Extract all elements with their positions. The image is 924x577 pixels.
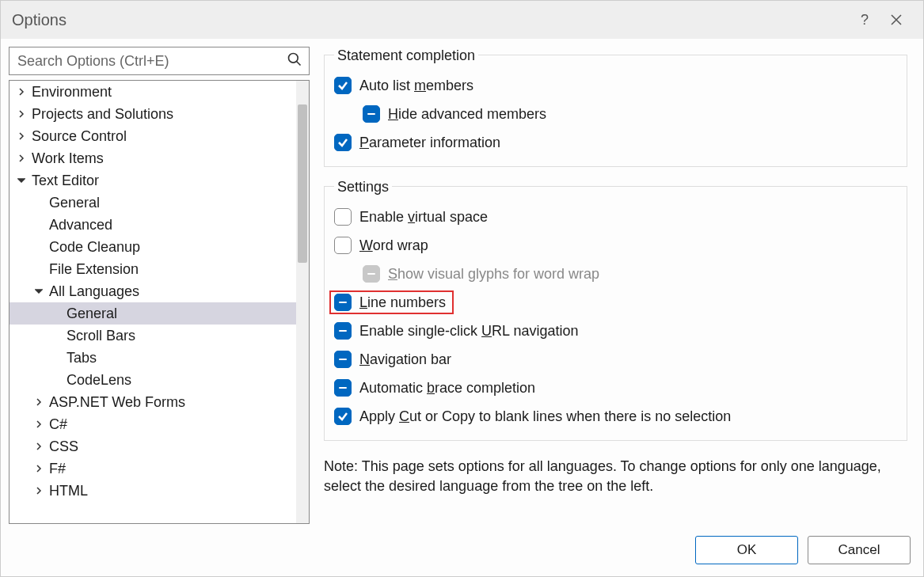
tree-scrollbar[interactable] [296, 81, 309, 523]
show-glyphs-option: Show visual glyphs for word wrap [334, 260, 897, 288]
group-title: Settings [334, 179, 392, 195]
tree-item-code-cleanup[interactable]: Code Cleanup [10, 236, 296, 258]
chevron-right-icon[interactable] [16, 131, 27, 142]
option-label: Line numbers [359, 294, 446, 311]
tree-item-scroll-bars[interactable]: Scroll Bars [10, 325, 296, 347]
svg-point-0 [289, 54, 298, 63]
checkbox-checked-icon[interactable] [334, 77, 352, 94]
titlebar: Options ? [1, 1, 923, 39]
tree-item-label: All Languages [49, 283, 139, 300]
option-label: Parameter information [359, 135, 500, 151]
tree-item-label: CSS [49, 438, 78, 455]
tree-item-codelens[interactable]: CodeLens [10, 369, 296, 391]
hide-advanced-members-option[interactable]: Hide advanced members [334, 100, 897, 128]
line-numbers-option[interactable]: Line numbers [334, 288, 897, 317]
ok-button[interactable]: OK [695, 536, 798, 564]
tree-item-label: Tabs [67, 350, 97, 366]
tree-item-work-items[interactable]: Work Items [10, 147, 296, 169]
tree-item-source-control[interactable]: Source Control [10, 125, 296, 147]
chevron-down-icon[interactable] [16, 175, 27, 186]
tree-item-environment[interactable]: Environment [10, 81, 296, 103]
window-title: Options [12, 11, 67, 29]
cancel-button[interactable]: Cancel [808, 536, 911, 564]
tree-item-general[interactable]: General [10, 302, 296, 325]
tree-item-label: Text Editor [32, 173, 99, 189]
tree-item-label: Source Control [32, 128, 127, 145]
tree-item-label: File Extension [49, 261, 139, 278]
tree-item-label: General [49, 195, 100, 211]
option-label: Automatic brace completion [359, 380, 535, 397]
tree-item-asp-net-web-forms[interactable]: ASP.NET Web Forms [10, 391, 296, 413]
chevron-down-icon[interactable] [33, 286, 44, 297]
tree-item-advanced[interactable]: Advanced [10, 214, 296, 236]
option-label: Word wrap [359, 237, 428, 254]
chevron-right-icon[interactable] [33, 441, 44, 452]
tree-item-label: Projects and Solutions [32, 106, 173, 123]
parameter-information-option[interactable]: Parameter information [334, 128, 897, 157]
checkbox-disabled-icon [363, 265, 380, 283]
tree-item-tabs[interactable]: Tabs [10, 347, 296, 369]
enable-virtual-space-option[interactable]: Enable virtual space [334, 203, 897, 231]
checkbox-indeterminate-icon[interactable] [363, 105, 380, 123]
options-tree: EnvironmentProjects and SolutionsSource … [9, 80, 310, 524]
apply-cut-copy-blank-option[interactable]: Apply Cut or Copy to blank lines when th… [334, 402, 897, 431]
chevron-right-icon[interactable] [33, 463, 44, 474]
chevron-right-icon[interactable] [16, 108, 27, 120]
tree-item-f-[interactable]: F# [10, 457, 296, 480]
tree-item-css[interactable]: CSS [10, 435, 296, 457]
option-label: Navigation bar [359, 351, 451, 368]
tree-item-general[interactable]: General [10, 192, 296, 214]
checkbox-indeterminate-icon[interactable] [334, 294, 352, 311]
highlight-annotation: Line numbers [329, 290, 454, 314]
tree-item-c-[interactable]: C# [10, 413, 296, 435]
option-label: Enable virtual space [359, 209, 488, 226]
checkbox-checked-icon[interactable] [334, 408, 352, 425]
tree-item-all-languages[interactable]: All Languages [10, 280, 296, 302]
tree-item-file-extension[interactable]: File Extension [10, 258, 296, 280]
tree-item-text-editor[interactable]: Text Editor [10, 169, 296, 192]
tree-item-label: C# [49, 416, 67, 433]
option-label: Apply Cut or Copy to blank lines when th… [359, 408, 731, 425]
chevron-right-icon[interactable] [33, 419, 44, 430]
statement-completion-group: Statement completion Auto list members H… [324, 55, 907, 167]
automatic-brace-option[interactable]: Automatic brace completion [334, 374, 897, 402]
tree-item-html[interactable]: HTML [10, 480, 296, 502]
tree-item-projects-and-solutions[interactable]: Projects and Solutions [10, 103, 296, 125]
checkbox-indeterminate-icon[interactable] [334, 351, 352, 368]
search-icon [287, 51, 302, 70]
settings-group: Settings Enable virtual space Word wrap … [324, 186, 907, 441]
tree-item-label: Scroll Bars [67, 328, 135, 344]
tree-item-label: Environment [32, 84, 112, 101]
all-languages-note: Note: This page sets options for all lan… [324, 457, 907, 496]
navigation-bar-option[interactable]: Navigation bar [334, 345, 897, 374]
chevron-right-icon[interactable] [16, 153, 27, 164]
checkbox-indeterminate-icon[interactable] [334, 379, 352, 397]
tree-item-label: Advanced [49, 217, 112, 233]
tree-item-label: HTML [49, 483, 88, 499]
search-input[interactable] [17, 53, 287, 70]
close-button[interactable] [880, 4, 912, 36]
checkbox-checked-icon[interactable] [334, 134, 352, 151]
option-label: Auto list members [359, 78, 473, 94]
dialog-footer: OK Cancel [1, 524, 923, 576]
option-label: Show visual glyphs for word wrap [388, 266, 599, 283]
chevron-right-icon[interactable] [16, 86, 27, 97]
single-click-url-option[interactable]: Enable single-click URL navigation [334, 317, 897, 345]
checkbox-empty-icon[interactable] [334, 237, 352, 254]
tree-item-label: ASP.NET Web Forms [49, 394, 185, 411]
help-button[interactable]: ? [849, 4, 880, 36]
chevron-right-icon[interactable] [33, 485, 44, 496]
group-title: Statement completion [334, 47, 478, 64]
chevron-right-icon[interactable] [33, 397, 44, 408]
tree-item-label: CodeLens [67, 372, 131, 389]
search-box[interactable] [9, 47, 310, 75]
tree-item-label: General [67, 306, 117, 322]
checkbox-indeterminate-icon[interactable] [334, 322, 352, 340]
tree-item-label: F# [49, 461, 66, 477]
auto-list-members-option[interactable]: Auto list members [334, 71, 897, 100]
checkbox-empty-icon[interactable] [334, 208, 352, 226]
tree-item-label: Work Items [32, 150, 104, 167]
options-dialog: Options ? EnvironmentProjects and Soluti… [0, 0, 924, 577]
scroll-thumb[interactable] [298, 104, 307, 263]
word-wrap-option[interactable]: Word wrap [334, 231, 897, 260]
